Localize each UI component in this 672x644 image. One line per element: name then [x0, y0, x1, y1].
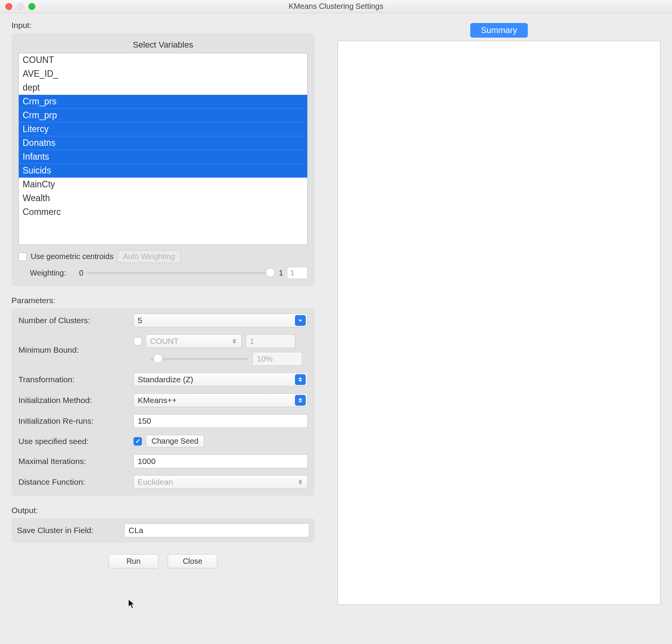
variable-item[interactable]: Crm_prp: [19, 109, 307, 122]
close-window-icon[interactable]: [5, 3, 12, 10]
updown-icon: [295, 477, 306, 487]
input-section-label: Input:: [12, 21, 315, 30]
weighting-value-input[interactable]: [287, 267, 308, 279]
transformation-label: Transformation:: [18, 375, 133, 384]
variable-item[interactable]: dept: [19, 81, 307, 95]
max-iter-input[interactable]: [133, 454, 308, 468]
variable-item[interactable]: Donatns: [19, 136, 307, 150]
window-title: KMeans Clustering Settings: [289, 2, 384, 11]
use-seed-label: Use specified seed:: [18, 437, 133, 446]
weighting-slider[interactable]: [87, 272, 275, 274]
weighting-max-label: 1: [279, 269, 283, 277]
updown-icon: [295, 395, 306, 406]
max-iter-label: Maximal Iterations:: [18, 457, 133, 466]
init-method-label: Initialization Method:: [18, 396, 133, 405]
change-seed-button[interactable]: Change Seed: [146, 435, 204, 447]
weighting-min-label: 0: [79, 269, 83, 277]
save-cluster-input[interactable]: [124, 523, 309, 537]
tab-summary[interactable]: Summary: [470, 23, 528, 38]
distance-label: Distance Function:: [18, 477, 133, 487]
parameters-section-label: Parameters:: [12, 296, 315, 305]
min-bound-field-value: COUNT: [150, 337, 179, 346]
distance-value: Euclidean: [138, 477, 173, 487]
zoom-window-icon[interactable]: [28, 3, 35, 10]
num-clusters-select[interactable]: 5: [133, 314, 308, 327]
run-button[interactable]: Run: [109, 554, 158, 568]
min-bound-percent-input: [252, 352, 302, 366]
num-clusters-label: Number of Clusters:: [18, 316, 133, 325]
save-cluster-label: Save Cluster in Field:: [17, 526, 120, 535]
transformation-select[interactable]: Standardize (Z): [133, 373, 308, 386]
init-reruns-label: Initialization Re-runs:: [18, 416, 133, 426]
variable-item[interactable]: Suicids: [19, 164, 307, 178]
geometric-centroids-checkbox[interactable]: [18, 253, 27, 261]
min-bound-label: Minimum Bound:: [18, 345, 133, 355]
min-bound-field-select: COUNT: [146, 334, 242, 348]
summary-pane: [338, 41, 660, 605]
min-bound-slider-thumb: [153, 354, 163, 363]
variable-item[interactable]: Litercy: [19, 122, 307, 136]
transformation-value: Standardize (Z): [138, 375, 193, 384]
weighting-slider-thumb[interactable]: [266, 268, 275, 277]
minimize-window-icon: [17, 3, 24, 10]
select-variables-header: Select Variables: [18, 38, 308, 53]
chevron-down-icon: [295, 315, 306, 326]
min-bound-slider: [150, 358, 248, 360]
num-clusters-value: 5: [138, 316, 142, 325]
updown-icon: [295, 374, 306, 385]
updown-icon: [229, 336, 240, 347]
geometric-centroids-label: Use geometric centroids: [31, 252, 114, 261]
init-method-select[interactable]: KMeans++: [133, 393, 308, 407]
min-bound-value-input: [245, 334, 295, 348]
output-section-label: Output:: [12, 506, 315, 515]
init-reruns-input[interactable]: [133, 414, 308, 428]
variable-item[interactable]: Commerc: [19, 205, 307, 219]
variable-item[interactable]: COUNT: [19, 53, 307, 67]
variable-item[interactable]: AVE_ID_: [19, 67, 307, 81]
variable-item[interactable]: Crm_prs: [19, 95, 307, 109]
auto-weighting-button: Auto Weighting: [117, 250, 181, 263]
variable-item[interactable]: Infants: [19, 150, 307, 164]
titlebar: KMeans Clustering Settings: [0, 0, 672, 13]
window-controls: [0, 3, 35, 10]
close-button[interactable]: Close: [168, 554, 217, 568]
min-bound-checkbox[interactable]: [133, 337, 142, 345]
variable-item[interactable]: Wealth: [19, 192, 307, 205]
distance-select: Euclidean: [133, 475, 308, 489]
use-seed-checkbox[interactable]: [133, 437, 142, 446]
variable-list[interactable]: COUNTAVE_ID_deptCrm_prsCrm_prpLitercyDon…: [18, 53, 308, 245]
variable-item[interactable]: MainCty: [19, 178, 307, 192]
init-method-value: KMeans++: [138, 396, 177, 405]
weighting-label: Weighting:: [30, 269, 66, 277]
